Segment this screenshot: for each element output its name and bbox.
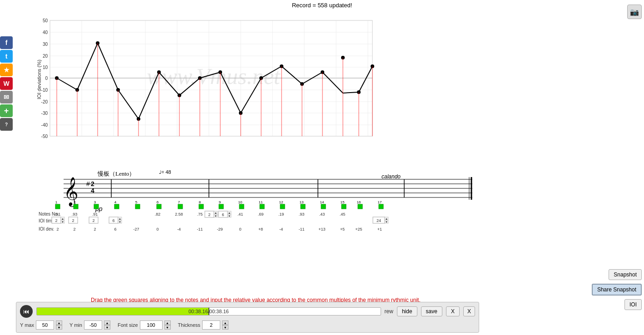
star-icon: ★ — [4, 66, 10, 74]
svg-text:+13: +13 — [318, 227, 325, 232]
y-min-label: Y min — [69, 322, 82, 328]
svg-text:.41: .41 — [238, 212, 243, 217]
note-marker — [358, 204, 362, 209]
mail-icon: ✉ — [4, 94, 9, 101]
progress-time: 00:38.16/00:38.16 — [188, 309, 229, 314]
svg-text:20: 20 — [43, 54, 48, 59]
camera-icon: 📷 — [630, 8, 639, 16]
y-max-input[interactable] — [36, 320, 54, 330]
mail-button[interactable]: ✉ — [0, 91, 13, 103]
camera-button[interactable]: 📷 — [627, 5, 642, 19]
star-button[interactable]: ★ — [0, 64, 13, 76]
social-sidebar: f t ★ W ✉ + ? — [0, 36, 13, 131]
close-button[interactable]: X — [463, 306, 475, 316]
x-button[interactable]: X — [446, 306, 460, 316]
svg-text:11: 11 — [259, 200, 263, 204]
note-marker — [199, 204, 203, 209]
font-size-down[interactable]: ▼ — [164, 325, 171, 330]
weibo-button[interactable]: W — [0, 77, 13, 90]
chart-svg: IOI deviations (%) 50 40 30 20 10 — [36, 16, 381, 143]
svg-text:4: 4 — [114, 200, 117, 204]
ioi-button[interactable]: IOI — [624, 299, 642, 310]
note-marker — [379, 204, 383, 209]
plus-button[interactable]: + — [0, 104, 13, 117]
svg-text:▼: ▼ — [214, 215, 217, 217]
svg-text:+1: +1 — [377, 227, 382, 232]
svg-text:6: 6 — [112, 218, 114, 223]
svg-text:.93: .93 — [299, 212, 305, 217]
help-button[interactable]: ? — [0, 118, 13, 131]
svg-text:-50: -50 — [41, 134, 48, 139]
y-min-up[interactable]: ▲ — [104, 320, 110, 325]
font-size-label: Font size — [118, 322, 138, 328]
svg-text:▲: ▲ — [385, 217, 388, 220]
rew-button[interactable]: ⏮ — [20, 305, 33, 318]
hide-button[interactable]: hide — [397, 306, 417, 316]
facebook-button[interactable]: f — [0, 36, 13, 49]
note-marker — [280, 204, 285, 209]
right-panel: 📷 — [627, 5, 642, 19]
watermark-text: www.Vmus.net — [147, 64, 281, 89]
thickness-input[interactable] — [202, 320, 220, 330]
svg-text:50: 50 — [43, 18, 48, 23]
font-size-group: Font size ▲ ▼ — [118, 320, 171, 330]
svg-text:2: 2 — [92, 218, 94, 223]
font-size-up[interactable]: ▲ — [164, 320, 171, 325]
svg-text:.93: .93 — [72, 212, 78, 217]
svg-text:9: 9 — [219, 200, 221, 204]
y-max-down[interactable]: ▼ — [56, 325, 62, 330]
svg-text:-10: -10 — [41, 88, 48, 93]
font-size-input[interactable] — [140, 320, 163, 330]
twitter-icon: t — [5, 53, 8, 60]
svg-text:2: 2 — [94, 227, 96, 232]
thickness-label: Thickness — [178, 322, 201, 328]
y-max-up[interactable]: ▲ — [56, 320, 62, 325]
note-marker — [260, 204, 264, 209]
y-min-spinbox: ▲ ▼ — [104, 320, 110, 330]
svg-text:0: 0 — [45, 76, 48, 81]
svg-text:-11: -11 — [197, 227, 203, 232]
player-bar: ⏮ 00:38.16/00:38.16 rew hide save X X Y … — [16, 302, 479, 333]
svg-text:2: 2 — [72, 218, 74, 223]
svg-text:-29: -29 — [217, 227, 223, 232]
svg-text:15: 15 — [341, 200, 345, 204]
thickness-group: Thickness ▲ ▼ — [178, 320, 229, 330]
svg-text:-20: -20 — [41, 99, 48, 104]
plus-icon: + — [4, 106, 9, 116]
svg-text:14: 14 — [320, 200, 324, 204]
chart-area: IOI deviations (%) 50 40 30 20 10 — [36, 16, 381, 144]
svg-text:▼: ▼ — [119, 221, 121, 223]
help-icon: ? — [5, 122, 8, 127]
controls-row: Y max ▲ ▼ Y min ▲ ▼ Font size ▲ ▼ Thickn… — [20, 320, 475, 330]
svg-text:-40: -40 — [41, 123, 48, 128]
svg-text:.91: .91 — [55, 212, 61, 217]
thickness-up[interactable]: ▲ — [222, 320, 228, 325]
svg-text:+5: +5 — [340, 227, 345, 232]
thickness-down[interactable]: ▼ — [222, 325, 228, 330]
svg-text:6: 6 — [114, 227, 116, 232]
snapshot-button[interactable]: Snapshot — [609, 269, 642, 280]
twitter-button[interactable]: t — [0, 50, 13, 63]
svg-text:0: 0 — [239, 227, 241, 232]
progress-track[interactable]: 00:38.16/00:38.16 — [36, 307, 381, 315]
svg-text:-4: -4 — [279, 227, 283, 232]
save-button[interactable]: save — [421, 306, 442, 316]
y-min-down[interactable]: ▼ — [104, 325, 110, 330]
svg-text:2: 2 — [208, 212, 210, 217]
staff-area: 𝄞 # 2 4 慢板（Lento） ♩= 48 pp calando — [36, 143, 481, 247]
bottom-right-panel: Snapshot Share Snapshot IOI — [592, 269, 642, 310]
svg-text:IOI dev.: IOI dev. — [39, 227, 54, 232]
svg-text:2: 2 — [73, 227, 75, 232]
svg-text:6: 6 — [222, 212, 224, 217]
svg-text:17: 17 — [378, 200, 382, 204]
y-min-input[interactable] — [84, 320, 102, 330]
svg-text:▼: ▼ — [385, 221, 388, 223]
svg-text:▼: ▼ — [61, 221, 64, 223]
note-marker — [178, 204, 183, 209]
share-snapshot-button[interactable]: Share Snapshot — [592, 284, 642, 296]
svg-text:♩= 48: ♩= 48 — [159, 169, 171, 175]
svg-text:2: 2 — [55, 218, 57, 223]
note-marker — [157, 204, 161, 209]
svg-text:12: 12 — [279, 200, 283, 204]
svg-text:▼: ▼ — [228, 215, 231, 217]
